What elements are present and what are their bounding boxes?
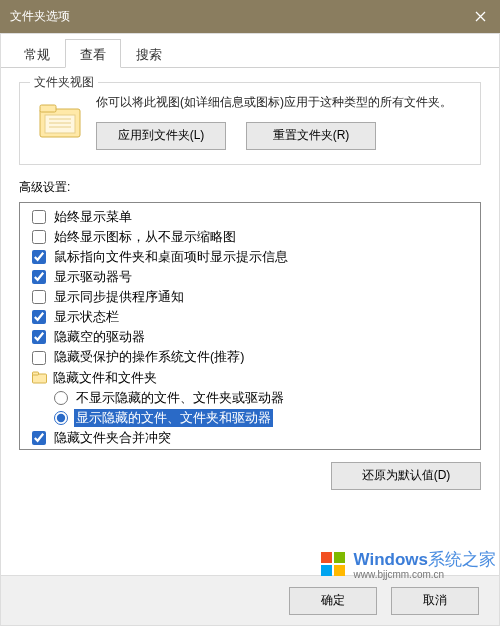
close-icon: [475, 11, 486, 22]
group-title: 文件夹视图: [30, 74, 98, 91]
checkbox-input[interactable]: [32, 351, 46, 365]
tab-general[interactable]: 常规: [9, 39, 65, 68]
reset-folders-button[interactable]: 重置文件夹(R): [246, 122, 376, 150]
restore-defaults-button[interactable]: 还原为默认值(D): [331, 462, 481, 490]
tab-strip: 常规 查看 搜索: [1, 34, 499, 68]
advanced-settings-tree[interactable]: 始终显示菜单始终显示图标，从不显示缩略图鼠标指向文件夹和桌面项时显示提示信息显示…: [20, 203, 480, 449]
tab-search[interactable]: 搜索: [121, 39, 177, 68]
apply-to-folders-button[interactable]: 应用到文件夹(L): [96, 122, 226, 150]
close-button[interactable]: [460, 0, 500, 33]
checkbox-input[interactable]: [32, 310, 46, 324]
tab-content: 文件夹视图 你可以将此视图(如详细信息或图标)应用于这种类型的所有文件夹。 应用…: [1, 68, 499, 500]
tree-item[interactable]: 始终显示菜单: [24, 207, 476, 227]
tree-item[interactable]: 始终显示图标，从不显示缩略图: [24, 227, 476, 247]
radio-input[interactable]: [54, 391, 68, 405]
tree-item[interactable]: 隐藏文件夹合并冲突: [24, 428, 476, 448]
tree-item-label: 显示同步提供程序通知: [52, 288, 186, 306]
group-description: 你可以将此视图(如详细信息或图标)应用于这种类型的所有文件夹。: [96, 93, 468, 112]
folder-view-group: 文件夹视图 你可以将此视图(如详细信息或图标)应用于这种类型的所有文件夹。 应用…: [19, 82, 481, 165]
advanced-label: 高级设置:: [19, 179, 481, 196]
tree-item-label: 显示驱动器号: [52, 268, 134, 286]
tree-item[interactable]: 隐藏空的驱动器: [24, 327, 476, 347]
checkbox-input[interactable]: [32, 270, 46, 284]
tree-item[interactable]: 隐藏文件和文件夹: [24, 368, 476, 388]
tree-item-label: 隐藏受保护的操作系统文件(推荐): [52, 348, 246, 366]
title-bar: 文件夹选项: [0, 0, 500, 33]
tree-item[interactable]: 鼠标指向文件夹和桌面项时显示提示信息: [24, 247, 476, 267]
checkbox-input[interactable]: [32, 431, 46, 445]
checkbox-input[interactable]: [32, 210, 46, 224]
tree-item-label: 隐藏文件和文件夹: [51, 369, 159, 387]
ok-button[interactable]: 确定: [289, 587, 377, 615]
tree-item-label: 隐藏空的驱动器: [52, 328, 147, 346]
folder-options-icon: [38, 101, 82, 141]
tree-item-label: 始终显示图标，从不显示缩略图: [52, 228, 238, 246]
tree-item-label: 显示状态栏: [52, 308, 121, 326]
svg-rect-7: [33, 372, 39, 375]
dialog-panel: 常规 查看 搜索 文件夹视图 你可以将此视图(如详细信息或图标)应用于这种类型的…: [0, 33, 500, 626]
checkbox-input[interactable]: [32, 250, 46, 264]
radio-input[interactable]: [54, 411, 68, 425]
tree-item[interactable]: 显示同步提供程序通知: [24, 287, 476, 307]
checkbox-input[interactable]: [32, 330, 46, 344]
tree-item[interactable]: 显示驱动器号: [24, 267, 476, 287]
advanced-settings-box: 始终显示菜单始终显示图标，从不显示缩略图鼠标指向文件夹和桌面项时显示提示信息显示…: [19, 202, 481, 450]
tree-item-label: 始终显示菜单: [52, 208, 134, 226]
window-title: 文件夹选项: [10, 8, 460, 25]
checkbox-input[interactable]: [32, 290, 46, 304]
tree-item[interactable]: 隐藏受保护的操作系统文件(推荐): [24, 347, 476, 367]
tree-item-label: 隐藏文件夹合并冲突: [52, 429, 173, 447]
checkbox-input[interactable]: [32, 230, 46, 244]
cancel-button[interactable]: 取消: [391, 587, 479, 615]
dialog-footer: 确定 取消: [1, 575, 499, 625]
tree-item-label: 不显示隐藏的文件、文件夹或驱动器: [74, 389, 286, 407]
tab-view[interactable]: 查看: [65, 39, 121, 68]
tree-item[interactable]: 隐藏已知文件类型的扩展名: [24, 448, 476, 449]
tree-item[interactable]: 显示隐藏的文件、文件夹和驱动器: [24, 408, 476, 428]
tree-item[interactable]: 不显示隐藏的文件、文件夹或驱动器: [24, 388, 476, 408]
tree-item[interactable]: 显示状态栏: [24, 307, 476, 327]
svg-rect-2: [45, 115, 75, 133]
folder-icon: [32, 371, 47, 384]
tree-item-label: 显示隐藏的文件、文件夹和驱动器: [74, 409, 273, 427]
svg-rect-1: [40, 105, 56, 112]
tree-item-label: 鼠标指向文件夹和桌面项时显示提示信息: [52, 248, 290, 266]
